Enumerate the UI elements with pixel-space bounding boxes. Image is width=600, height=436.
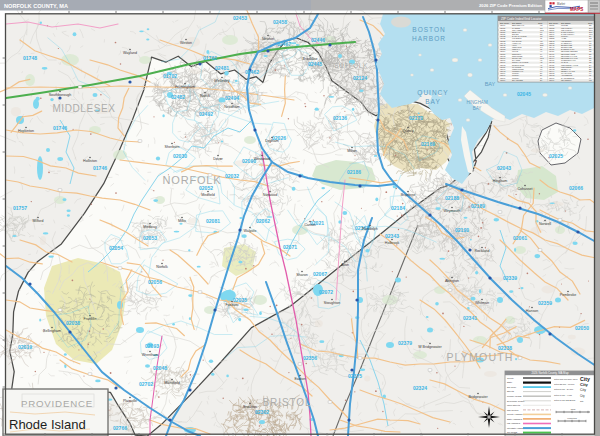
- svg-text:02043: 02043: [497, 165, 511, 171]
- svg-text:Primary Roads: Primary Roads: [507, 395, 522, 397]
- svg-text:02766: 02766: [113, 425, 127, 431]
- svg-text:MAPS: MAPS: [570, 7, 583, 12]
- svg-text:City: City: [580, 394, 585, 398]
- svg-text:02324: 02324: [413, 385, 427, 391]
- svg-text:PLYMOUTH: PLYMOUTH: [446, 351, 513, 363]
- svg-text:02124: 02124: [353, 75, 367, 81]
- svg-text:02038: 02038: [66, 320, 80, 326]
- svg-text:02462: 02462: [245, 69, 259, 75]
- svg-text:02445: 02445: [308, 61, 322, 67]
- svg-text:02061: 02061: [513, 235, 527, 241]
- svg-text:01746: 01746: [53, 125, 67, 131]
- svg-text:02446: 02446: [311, 37, 325, 43]
- svg-text:02093: 02093: [145, 343, 159, 349]
- svg-text:02170: 02170: [409, 115, 423, 121]
- svg-text:QUINCY: QUINCY: [417, 89, 448, 97]
- svg-text:Rail Routes: Rail Routes: [507, 409, 519, 411]
- svg-text:02066: 02066: [569, 185, 583, 191]
- svg-text:Streets: Streets: [507, 390, 515, 392]
- svg-text:02054: 02054: [109, 245, 123, 251]
- svg-text:02071: 02071: [283, 244, 297, 250]
- svg-text:Miles: Miles: [571, 408, 576, 410]
- svg-text:City: City: [580, 400, 583, 402]
- svg-text:Braintree: Braintree: [401, 193, 416, 197]
- svg-text:Bridgewater: Bridgewater: [468, 395, 488, 399]
- svg-text:REHOBOTH: REHOBOTH: [561, 79, 572, 81]
- svg-text:Walpole: Walpole: [244, 229, 257, 233]
- svg-text:02062: 02062: [256, 218, 270, 224]
- svg-text:Medfield: Medfield: [201, 193, 215, 197]
- svg-text:02702: 02702: [139, 381, 153, 387]
- svg-text:BAY: BAY: [425, 98, 441, 105]
- svg-text:Norwell: Norwell: [539, 222, 551, 226]
- svg-text:02048: 02048: [153, 365, 167, 371]
- svg-text:BRISTOL: BRISTOL: [263, 397, 312, 408]
- svg-text:02053: 02053: [143, 235, 157, 241]
- svg-text:02359: 02359: [538, 300, 552, 306]
- svg-text:Natick: Natick: [200, 94, 210, 98]
- svg-text:Wellesley: Wellesley: [214, 79, 230, 83]
- svg-text:02072: 02072: [319, 289, 333, 295]
- svg-text:Dover: Dover: [213, 157, 223, 161]
- svg-text:02356: 02356: [303, 355, 317, 361]
- svg-text:02045: 02045: [517, 91, 531, 97]
- svg-text:Rhode Island: Rhode Island: [9, 417, 86, 432]
- svg-text:Cohasset: Cohasset: [517, 187, 532, 191]
- svg-text:Framingham: Framingham: [175, 85, 195, 89]
- svg-text:Hingham: Hingham: [493, 179, 507, 183]
- svg-text:Holliston: Holliston: [83, 159, 97, 163]
- svg-text:02019: 02019: [18, 344, 32, 350]
- svg-text:Westwood: Westwood: [254, 157, 271, 161]
- svg-text:02067: 02067: [313, 271, 327, 277]
- svg-text:Wayland: Wayland: [123, 51, 137, 55]
- svg-text:01760: 01760: [203, 55, 217, 61]
- svg-text:02136: 02136: [333, 115, 347, 121]
- svg-text:BRAINTREE: BRAINTREE: [512, 79, 524, 81]
- svg-text:Weston: Weston: [180, 41, 192, 45]
- svg-text:02052: 02052: [199, 185, 213, 191]
- svg-text:ZIP Code Index/Grid Locator: ZIP Code Index/Grid Locator: [501, 17, 542, 21]
- svg-text:Bellingham: Bellingham: [43, 329, 61, 333]
- svg-text:County Highways: County Highways: [507, 413, 525, 415]
- svg-text:Stoughton: Stoughton: [324, 301, 340, 305]
- svg-text:02494: 02494: [225, 95, 239, 101]
- svg-text:Newton: Newton: [262, 37, 274, 41]
- svg-text:Norwood: Norwood: [263, 193, 277, 197]
- svg-text:County: County: [507, 377, 515, 379]
- svg-text:Avon: Avon: [341, 263, 349, 267]
- svg-text:Norfolk: Norfolk: [156, 265, 168, 269]
- svg-text:Sharon: Sharon: [296, 273, 308, 277]
- svg-text:Whitman: Whitman: [475, 301, 489, 305]
- svg-text:City: City: [580, 382, 589, 387]
- svg-text:02453: 02453: [233, 15, 247, 21]
- svg-text:01757: 01757: [13, 205, 27, 211]
- svg-text:BAY: BAY: [485, 81, 496, 87]
- svg-text:02492: 02492: [199, 111, 213, 117]
- svg-text:02184: 02184: [500, 79, 505, 81]
- svg-text:Brockton: Brockton: [243, 405, 257, 409]
- svg-text:Brookline: Brookline: [303, 57, 318, 61]
- svg-text:02169: 02169: [421, 141, 435, 147]
- svg-text:Medway: Medway: [143, 225, 157, 229]
- svg-text:Millis: Millis: [178, 219, 186, 223]
- svg-text:02467: 02467: [277, 41, 291, 47]
- svg-text:Abington: Abington: [445, 279, 459, 283]
- svg-text:M3: M3: [589, 79, 592, 81]
- svg-text:State Highways: State Highways: [507, 418, 523, 420]
- svg-text:Plainville: Plainville: [123, 399, 137, 403]
- svg-text:02302: 02302: [255, 409, 269, 415]
- svg-text:Easton: Easton: [294, 377, 305, 381]
- svg-text:Franklin: Franklin: [84, 317, 97, 321]
- svg-text:02343: 02343: [385, 233, 399, 239]
- svg-text:Randolph: Randolph: [362, 227, 377, 231]
- svg-text:Kilometers: Kilometers: [567, 417, 576, 419]
- svg-text:Quincy: Quincy: [402, 129, 413, 133]
- svg-text:Toll Roads: Toll Roads: [507, 431, 518, 433]
- svg-text:SUFFOLK: SUFFOLK: [334, 62, 368, 69]
- svg-text:Secondary Roads: Secondary Roads: [507, 400, 525, 402]
- svg-text:02184: 02184: [391, 205, 405, 211]
- svg-text:E9: E9: [540, 79, 542, 81]
- svg-text:02375: 02375: [348, 373, 362, 379]
- svg-text:BOSTON: BOSTON: [412, 26, 445, 33]
- svg-text:ZIP Code: ZIP Code: [507, 386, 517, 388]
